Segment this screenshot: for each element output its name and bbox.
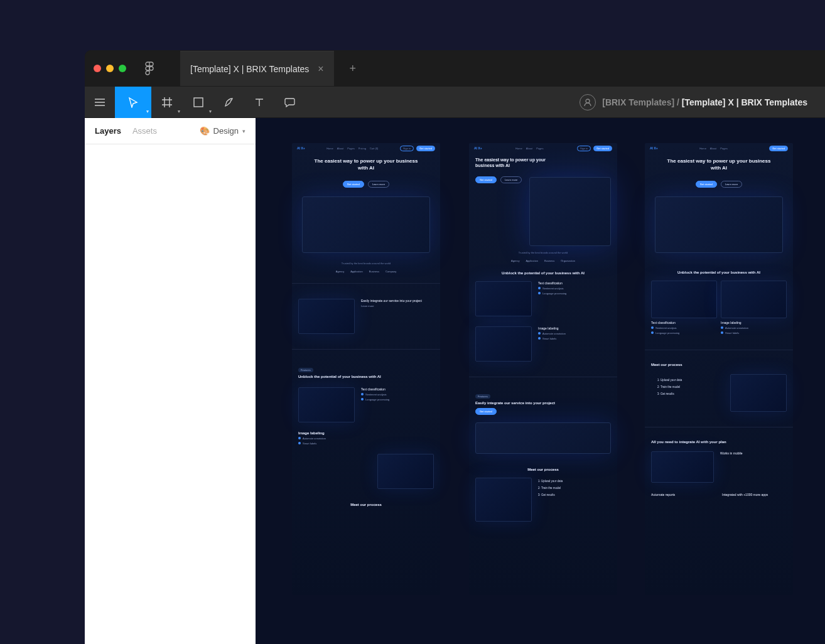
breadcrumb-file[interactable]: [Template] X | BRIX Templates	[682, 97, 807, 107]
chevron-down-icon: ▾	[209, 109, 212, 114]
layers-list[interactable]	[85, 144, 256, 644]
tab-layers[interactable]: Layers	[95, 126, 121, 136]
pen-tool[interactable]	[214, 87, 244, 118]
main-menu-button[interactable]	[85, 87, 115, 118]
chevron-down-icon: ▾	[178, 109, 180, 114]
artboard-home-v2[interactable]: AI X+ Home About Pages Sign in Get start…	[469, 143, 617, 595]
tab-assets[interactable]: Assets	[132, 126, 157, 136]
hero-title: The easiest way to power up your busines…	[645, 149, 793, 177]
chevron-down-icon: ▾	[146, 109, 149, 114]
figma-logo-icon	[145, 62, 154, 75]
panel-tabs: Layers Assets 🎨 Design ▾	[85, 118, 256, 144]
file-tab[interactable]: [Template] X | BRIX Templates ×	[180, 51, 334, 86]
hero-mockup-side	[529, 177, 611, 246]
window-controls	[94, 65, 126, 72]
titlebar: [Template] X | BRIX Templates × +	[85, 50, 825, 87]
frame-tool[interactable]: ▾	[151, 87, 183, 118]
move-tool[interactable]: ▾	[115, 87, 151, 118]
palette-icon: 🎨	[200, 126, 210, 136]
shape-tool[interactable]: ▾	[183, 87, 214, 118]
window-minimize-button[interactable]	[106, 65, 114, 72]
chevron-down-icon: ▾	[242, 128, 245, 134]
mock-nav: AI X+ Home About Pages Get started	[645, 143, 793, 149]
artboard-home-v1[interactable]: AI X+ Home About Pages Pricing Cart (0) …	[292, 143, 440, 595]
page-name: Design	[213, 126, 239, 136]
tab-strip: [Template] X | BRIX Templates × +	[180, 51, 364, 86]
window-maximize-button[interactable]	[119, 65, 126, 72]
toolbar: ▾ ▾ ▾ [BRIX Templates] / [Template] X | …	[85, 87, 825, 118]
breadcrumb: [BRIX Templates] / [Template] X | BRIX T…	[580, 94, 825, 110]
team-avatar-icon[interactable]	[580, 94, 596, 110]
mock-nav: AI X+ Home About Pages Sign in Get start…	[469, 143, 617, 149]
workspace: Layers Assets 🎨 Design ▾ AI X+ Home Abou…	[85, 118, 825, 644]
svg-point-11	[586, 99, 590, 103]
close-tab-icon[interactable]: ×	[318, 63, 323, 75]
artboard-home-v3[interactable]: AI X+ Home About Pages Get started The e…	[645, 143, 793, 595]
svg-rect-8	[194, 98, 203, 107]
window-close-button[interactable]	[94, 65, 101, 72]
design-canvas[interactable]: AI X+ Home About Pages Pricing Cart (0) …	[256, 118, 825, 644]
hero-title: The easiest way to power up your busines…	[292, 149, 440, 177]
mock-nav: AI X+ Home About Pages Pricing Cart (0) …	[292, 143, 440, 149]
text-tool[interactable]	[244, 87, 274, 118]
hero-title: The easiest way to power up your busines…	[469, 149, 617, 173]
comment-tool[interactable]	[274, 87, 305, 118]
hero-mockup	[302, 196, 430, 253]
page-picker[interactable]: 🎨 Design ▾	[200, 126, 245, 136]
app-window: [Template] X | BRIX Templates × + ▾ ▾ ▾	[85, 50, 825, 644]
file-tab-title: [Template] X | BRIX Templates	[190, 64, 309, 74]
svg-point-0	[149, 67, 153, 70]
left-panel: Layers Assets 🎨 Design ▾	[85, 118, 256, 644]
new-tab-button[interactable]: +	[342, 57, 364, 80]
breadcrumb-team[interactable]: [BRIX Templates] /	[602, 97, 679, 107]
